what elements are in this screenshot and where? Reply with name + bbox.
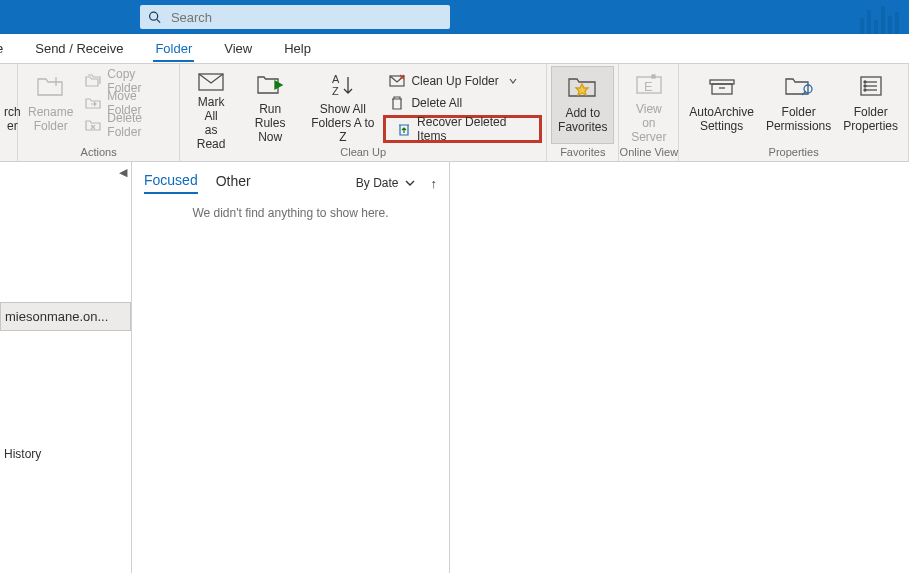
- cleanup-folder-button[interactable]: Clean Up Folder: [383, 70, 542, 92]
- group-caption-properties: Properties: [679, 146, 908, 161]
- favorites-folder-icon: [567, 74, 599, 100]
- add-to-favorites-button[interactable]: Add to Favorites: [551, 66, 614, 144]
- svg-text:E: E: [644, 79, 653, 94]
- account-node[interactable]: miesonmane.on...: [0, 302, 131, 331]
- svg-rect-9: [652, 75, 655, 78]
- run-rules-l1: Run Rules: [244, 102, 296, 130]
- show-all-l1: Show All: [320, 102, 366, 116]
- history-node[interactable]: History: [0, 447, 131, 461]
- svg-rect-11: [712, 84, 732, 94]
- sort-label: By Date: [356, 176, 399, 190]
- recover-deleted-button[interactable]: Recover Deleted Items: [390, 118, 535, 140]
- svg-point-18: [864, 81, 866, 83]
- perm-l1: Folder: [782, 105, 816, 119]
- trash-icon: [390, 96, 404, 110]
- svg-text:Z: Z: [332, 85, 339, 97]
- mark-all-read-button[interactable]: Mark All as Read: [184, 66, 238, 144]
- folder-rename-icon: [36, 73, 66, 99]
- tab-folder[interactable]: Folder: [153, 35, 194, 62]
- tab-partial-left[interactable]: e: [0, 35, 5, 62]
- chevron-down-icon: [509, 77, 517, 85]
- recover-label: Recover Deleted Items: [417, 115, 529, 143]
- tab-send-receive[interactable]: Send / Receive: [33, 35, 125, 62]
- mark-all-l1: Mark All: [190, 95, 232, 123]
- group-caption-favorites: Favorites: [547, 146, 618, 161]
- tab-focused[interactable]: Focused: [144, 172, 198, 194]
- recover-deleted-highlight: Recover Deleted Items: [383, 115, 542, 143]
- mark-read-icon: [196, 69, 226, 93]
- run-rules-l2: Now: [258, 130, 282, 144]
- folder-permissions-button[interactable]: Folder Permissions: [760, 66, 837, 144]
- search-box[interactable]: [140, 5, 450, 29]
- rename-line2: Folder: [34, 119, 68, 133]
- search-input[interactable]: [171, 10, 442, 25]
- rename-folder-button: Rename Folder: [22, 66, 79, 144]
- view-on-l2: Server: [631, 130, 666, 144]
- group-caption-cleanup: Clean Up: [180, 146, 546, 161]
- archive-l2: Settings: [700, 119, 743, 133]
- tab-view[interactable]: View: [222, 35, 254, 62]
- chevron-down-icon: [405, 179, 415, 187]
- recover-icon: [397, 122, 411, 136]
- archive-l1: AutoArchive: [689, 105, 754, 119]
- svg-line-1: [157, 19, 160, 22]
- group-caption-online: Online View: [619, 146, 678, 161]
- run-rules-icon: [255, 73, 285, 97]
- svg-point-19: [864, 85, 866, 87]
- props-l2: Properties: [843, 119, 898, 133]
- svg-text:A: A: [332, 73, 340, 85]
- collapse-pane-icon[interactable]: ◀: [119, 166, 127, 179]
- svg-point-20: [864, 89, 866, 91]
- sort-direction-icon[interactable]: ↑: [431, 176, 438, 191]
- properties-icon: [856, 74, 886, 98]
- sort-by-date[interactable]: By Date ↑: [356, 176, 437, 191]
- ribbon-tabs: e Send / Receive Folder View Help: [0, 34, 909, 64]
- fav-l1: Add to: [565, 106, 600, 120]
- decorative-building-icon: [860, 0, 899, 34]
- group-caption-actions: Actions: [18, 146, 179, 161]
- content-row: ◀ miesonmane.on... History Focused Other…: [0, 162, 909, 573]
- tab-other[interactable]: Other: [216, 173, 251, 193]
- empty-list-message: We didn't find anything to show here.: [144, 206, 437, 220]
- view-on-server-button: E View on Server: [623, 66, 674, 144]
- folder-pane: ◀ miesonmane.on... History: [0, 162, 132, 573]
- message-list-pane: Focused Other By Date ↑ We didn't find a…: [132, 162, 450, 573]
- sort-az-icon: AZ: [328, 73, 358, 97]
- ribbon: rch er Rename Folder Copy Folder: [0, 64, 909, 162]
- cleanup-folder-label: Clean Up Folder: [411, 74, 498, 88]
- autoarchive-button[interactable]: AutoArchive Settings: [683, 66, 760, 144]
- svg-point-0: [150, 12, 158, 20]
- delete-folder-button: Delete Folder: [79, 114, 175, 136]
- view-on-l1: View on: [629, 102, 668, 130]
- show-all-l2: Folders A to Z: [308, 116, 377, 144]
- perm-l2: Permissions: [766, 119, 831, 133]
- props-l1: Folder: [854, 105, 888, 119]
- folder-properties-button[interactable]: Folder Properties: [837, 66, 904, 144]
- delete-folder-label: Delete Folder: [107, 111, 169, 139]
- cleanup-folder-icon: [389, 74, 405, 88]
- archive-icon: [707, 74, 737, 98]
- reading-pane: [450, 162, 909, 573]
- permissions-icon: [784, 74, 814, 98]
- server-view-icon: E: [634, 73, 664, 97]
- tab-help[interactable]: Help: [282, 35, 313, 62]
- fav-l2: Favorites: [558, 120, 607, 134]
- title-bar: [0, 0, 909, 34]
- copy-folder-icon: [85, 74, 101, 88]
- move-folder-icon: [85, 96, 101, 110]
- partial-label2: er: [7, 119, 18, 133]
- rename-line1: Rename: [28, 105, 73, 119]
- delete-folder-icon: [85, 118, 101, 132]
- run-rules-button[interactable]: Run Rules Now: [238, 66, 302, 144]
- show-all-folders-button[interactable]: AZ Show All Folders A to Z: [302, 66, 383, 144]
- delete-all-button[interactable]: Delete All: [383, 92, 542, 114]
- delete-all-label: Delete All: [411, 96, 462, 110]
- search-icon: [148, 10, 161, 24]
